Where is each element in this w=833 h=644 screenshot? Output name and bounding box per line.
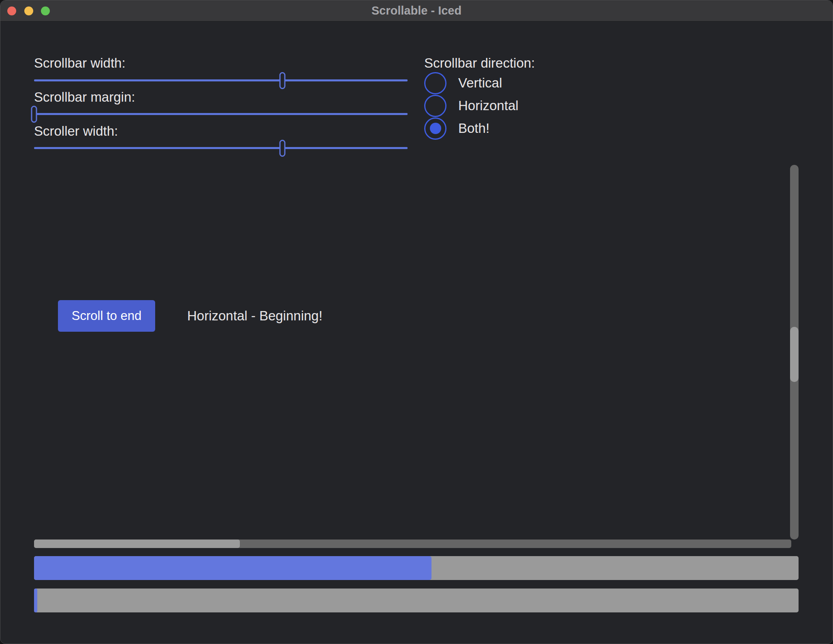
radio-option-label: Both!	[458, 121, 489, 136]
vertical-progress-bar	[34, 589, 799, 612]
scrollbar-width-slider[interactable]	[34, 79, 408, 81]
vertical-scrollbar[interactable]	[790, 165, 799, 540]
scrollbar-margin-slider-handle[interactable]	[31, 106, 37, 123]
radio-circle-icon	[424, 95, 446, 117]
radio-option-label: Horizontal	[458, 98, 519, 113]
scroller-width-slider[interactable]	[34, 147, 408, 149]
radio-option-vertical[interactable]: Vertical	[424, 72, 502, 94]
scrollbar-width-label: Scrollbar width:	[34, 55, 126, 71]
vertical-progress-fill	[34, 589, 37, 612]
scroll-status-text: Horizontal - Beginning!	[187, 300, 323, 332]
app-window: Scrollable - Iced Scrollbar width: Scrol…	[0, 0, 833, 644]
scroller-width-label: Scroller width:	[34, 124, 118, 139]
scrollbar-margin-label: Scrollbar margin:	[34, 90, 135, 105]
radio-dot	[430, 123, 441, 134]
scrollbar-width-slider-handle[interactable]	[280, 72, 286, 89]
scrollbar-margin-slider[interactable]	[34, 113, 408, 115]
titlebar: Scrollable - Iced	[0, 0, 833, 21]
horizontal-scrollbar[interactable]	[34, 540, 791, 548]
scrollbar-direction-label: Scrollbar direction:	[424, 55, 535, 71]
vertical-scrollbar-thumb[interactable]	[790, 327, 799, 382]
scroll-to-end-button[interactable]: Scroll to end	[58, 300, 155, 332]
minimize-button[interactable]	[24, 6, 33, 15]
zoom-button[interactable]	[41, 6, 50, 15]
radio-option-horizontal[interactable]: Horizontal	[424, 94, 519, 117]
radio-option-both[interactable]: Both!	[424, 117, 489, 140]
horizontal-scrollbar-thumb[interactable]	[34, 540, 240, 548]
radio-option-label: Vertical	[458, 75, 502, 91]
radio-dot	[430, 77, 441, 89]
horizontal-progress-fill	[34, 556, 431, 580]
window-title: Scrollable - Iced	[372, 4, 461, 17]
radio-dot	[430, 100, 441, 111]
scroller-width-slider-handle[interactable]	[280, 140, 286, 157]
radio-circle-icon	[424, 117, 446, 140]
close-button[interactable]	[7, 6, 16, 15]
horizontal-progress-bar	[34, 556, 799, 580]
radio-circle-icon	[424, 72, 446, 94]
